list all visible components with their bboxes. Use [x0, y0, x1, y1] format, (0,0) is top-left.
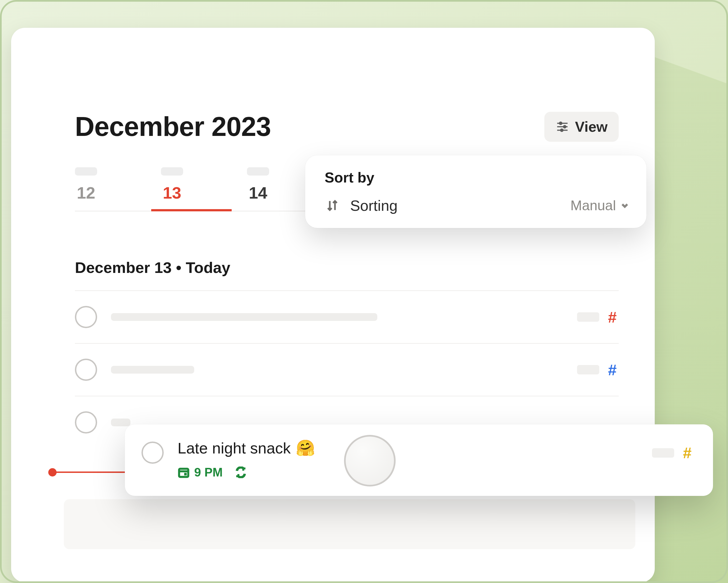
task-title-placeholder	[111, 366, 194, 374]
svg-rect-8	[184, 473, 187, 475]
sort-value-text: Manual	[570, 197, 616, 214]
task-meta: #	[577, 308, 619, 326]
drag-cursor-icon	[344, 435, 396, 486]
view-button[interactable]: View	[544, 112, 619, 142]
svg-point-5	[561, 129, 563, 131]
hash-icon: #	[681, 444, 694, 462]
calendar-icon	[178, 466, 190, 478]
weekday-placeholder	[75, 167, 97, 176]
sort-row-label: Sorting	[350, 197, 397, 214]
sort-option-row[interactable]: Sorting Manual	[324, 197, 630, 214]
sliders-icon	[555, 120, 569, 134]
project-placeholder	[577, 365, 599, 374]
task-row[interactable]: #	[75, 344, 619, 396]
page-title: December 2023	[75, 111, 271, 142]
date-14[interactable]: 14	[247, 167, 269, 211]
task-row[interactable]: #	[75, 291, 619, 344]
weekday-placeholder	[161, 167, 183, 176]
sort-value: Manual	[570, 197, 630, 214]
task-meta: #	[652, 444, 694, 462]
hash-icon: #	[606, 308, 619, 326]
date-number: 13	[163, 183, 181, 203]
project-placeholder	[577, 312, 599, 322]
hash-icon: #	[606, 361, 619, 379]
view-button-label: View	[575, 118, 607, 135]
sort-arrows-icon	[324, 198, 340, 213]
task-checkbox[interactable]	[75, 359, 97, 381]
svg-point-1	[560, 122, 562, 124]
task-time: 9 PM	[194, 466, 223, 479]
task-checkbox[interactable]	[141, 442, 164, 464]
task-checkbox[interactable]	[75, 411, 97, 433]
date-number: 14	[249, 183, 267, 203]
task-checkbox[interactable]	[75, 306, 97, 328]
header: December 2023 View	[75, 111, 619, 142]
sort-popover-title: Sort by	[324, 169, 630, 186]
date-12[interactable]: 12	[75, 167, 97, 211]
add-task-placeholder[interactable]	[64, 499, 635, 549]
task-meta-row: 9 PM	[178, 466, 315, 479]
task-title-placeholder	[111, 419, 130, 426]
sort-popover: Sort by Sorting Manual	[305, 155, 646, 228]
task-due-chip[interactable]: 9 PM	[178, 466, 223, 479]
task-meta: #	[577, 361, 619, 379]
task-title-text: Late night snack	[178, 439, 291, 457]
task-title: Late night snack 🤗	[178, 439, 315, 457]
svg-rect-6	[179, 469, 188, 477]
repeat-icon	[235, 467, 246, 478]
task-title-placeholder	[111, 313, 377, 321]
section-heading: December 13 • Today	[75, 259, 619, 276]
svg-point-3	[564, 125, 566, 128]
dragged-task-card[interactable]: Late night snack 🤗 9 PM #	[125, 424, 713, 496]
date-13[interactable]: 13	[161, 167, 183, 211]
project-placeholder	[652, 448, 674, 458]
task-emoji: 🤗	[296, 439, 315, 457]
weekday-placeholder	[247, 167, 269, 176]
chevron-down-icon	[620, 201, 630, 211]
date-number: 12	[77, 183, 96, 203]
